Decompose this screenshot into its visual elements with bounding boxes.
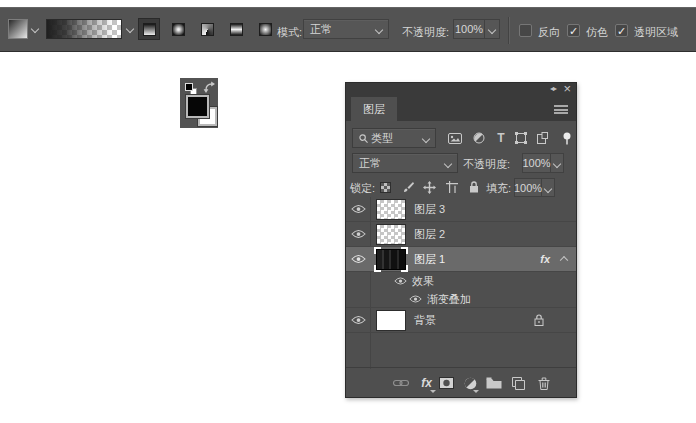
collapse-panel-icon[interactable]: ◂▸ — [550, 84, 556, 93]
close-panel-icon[interactable]: × — [563, 82, 571, 96]
gradient-picker-chevron-icon[interactable] — [126, 25, 134, 33]
visibility-eye-icon[interactable] — [409, 294, 422, 303]
transparency-label: 透明区域 — [634, 25, 678, 40]
opacity-chevron-button[interactable] — [485, 19, 500, 39]
filter-kind-select[interactable]: 类型 — [352, 128, 436, 148]
reflected-gradient-button[interactable] — [225, 18, 247, 40]
default-colors-icon[interactable] — [185, 83, 193, 91]
layer-row-selected[interactable]: 图层 1 fx — [346, 247, 576, 272]
new-adjustment-layer-button[interactable] — [462, 375, 479, 391]
layer-name[interactable]: 图层 2 — [414, 227, 445, 242]
layer-thumbnail[interactable] — [376, 224, 406, 245]
filter-smart-objects-button[interactable] — [533, 130, 551, 146]
filter-shape-layers-button[interactable] — [512, 130, 530, 146]
effects-label[interactable]: 效果 — [412, 274, 434, 289]
layer-name[interactable]: 图层 1 — [414, 252, 445, 267]
tool-preset-chevron-icon[interactable] — [31, 25, 39, 33]
opacity-value-box[interactable]: 100% — [453, 19, 485, 39]
filter-type-layers-button[interactable]: T — [492, 130, 510, 146]
fill-chevron-button[interactable] — [542, 178, 555, 197]
selection-corner — [374, 265, 381, 272]
layer-row[interactable]: 图层 2 — [346, 222, 576, 247]
visibility-eye-icon[interactable] — [351, 315, 366, 325]
diamond-gradient-icon — [259, 23, 272, 36]
angle-gradient-button[interactable] — [196, 18, 218, 40]
visibility-eye-icon[interactable] — [394, 277, 407, 286]
fx-badge[interactable]: fx — [540, 253, 550, 265]
mode-select[interactable]: 正常 — [303, 19, 389, 39]
background-layer-row[interactable]: 背景 — [346, 308, 576, 333]
trash-icon — [538, 377, 550, 390]
folder-icon — [486, 377, 502, 389]
link-layers-button[interactable] — [392, 375, 409, 391]
brush-icon — [402, 181, 414, 193]
visibility-eye-icon[interactable] — [351, 229, 366, 239]
fill-label: 填充: — [486, 181, 511, 196]
linear-gradient-button[interactable] — [138, 18, 160, 40]
lock-artboard-button[interactable] — [443, 179, 460, 195]
check-icon: ✓ — [617, 25, 626, 37]
layer-thumbnail[interactable] — [376, 199, 406, 220]
filter-adjustment-layers-button[interactable] — [470, 130, 488, 146]
lock-label: 锁定: — [350, 181, 375, 196]
divider — [508, 17, 509, 44]
fill-value-box[interactable]: 100% — [514, 178, 542, 197]
filter-toggle-button[interactable] — [558, 130, 576, 146]
panel-opacity-value: 100% — [522, 157, 550, 169]
lock-transparent-pixels-button[interactable] — [377, 179, 394, 195]
effect-item-row[interactable]: 渐变叠加 — [346, 290, 576, 308]
add-layer-mask-button[interactable] — [438, 375, 455, 391]
reverse-checkbox[interactable] — [519, 24, 532, 37]
transparency-checkbox[interactable]: ✓ — [615, 24, 628, 37]
collapse-effects-chevron-icon[interactable] — [560, 256, 568, 264]
blend-mode-value: 正常 — [359, 156, 381, 171]
move-icon — [423, 181, 436, 194]
panel-opacity-chevron-icon — [553, 160, 561, 168]
visibility-eye-icon[interactable] — [351, 204, 366, 214]
layer-style-button[interactable]: fx — [418, 375, 435, 391]
reflected-gradient-icon — [230, 23, 243, 36]
filter-switch-icon — [563, 132, 571, 145]
panel-menu-icon[interactable] — [554, 105, 568, 114]
fill-chevron-icon — [544, 185, 552, 193]
lock-all-button[interactable] — [465, 179, 482, 195]
effects-header-row[interactable]: 效果 — [346, 272, 576, 290]
new-layer-icon — [512, 377, 525, 390]
panel-tab-bar: 图层 — [346, 97, 576, 121]
smart-object-icon — [537, 132, 548, 144]
blend-mode-select[interactable]: 正常 — [352, 153, 458, 173]
diamond-gradient-button[interactable] — [254, 18, 276, 40]
layer-thumbnail[interactable] — [376, 310, 406, 331]
layer-name[interactable]: 图层 3 — [414, 202, 445, 217]
link-icon — [393, 379, 409, 387]
radial-gradient-button[interactable] — [167, 18, 189, 40]
panel-opacity-chevron-button[interactable] — [551, 153, 564, 173]
gradient-overlay-label[interactable]: 渐变叠加 — [427, 291, 471, 306]
swap-colors-icon[interactable] — [203, 81, 215, 93]
selection-corner — [401, 265, 408, 272]
new-group-button[interactable] — [485, 375, 502, 391]
shape-icon — [515, 132, 527, 144]
mode-label: 模式: — [277, 25, 302, 40]
visibility-eye-icon[interactable] — [351, 254, 366, 264]
new-layer-button[interactable] — [510, 375, 527, 391]
lock-position-button[interactable] — [421, 179, 438, 195]
dither-checkbox[interactable]: ✓ — [567, 24, 580, 37]
layers-panel: ◂▸ × 图层 类型 — [345, 82, 577, 398]
tab-layers[interactable]: 图层 — [351, 97, 397, 121]
gradient-preview-swatch[interactable] — [46, 19, 122, 39]
foreground-color-swatch[interactable] — [186, 95, 209, 118]
filter-pixel-layers-button[interactable] — [446, 130, 464, 146]
layer-row[interactable]: 图层 3 — [346, 197, 576, 222]
delete-layer-button[interactable] — [535, 375, 552, 391]
lock-image-pixels-button[interactable] — [399, 179, 416, 195]
dither-label: 仿色 — [586, 25, 608, 40]
angle-gradient-icon — [201, 23, 214, 36]
artboard-icon — [446, 181, 458, 193]
panel-opacity-value-box[interactable]: 100% — [522, 153, 551, 173]
tool-preset-icon[interactable] — [8, 19, 28, 39]
reverse-label: 反向 — [538, 25, 560, 40]
layer-name[interactable]: 背景 — [414, 313, 436, 328]
mask-icon — [439, 377, 454, 389]
layer-thumbnail[interactable] — [376, 249, 406, 270]
